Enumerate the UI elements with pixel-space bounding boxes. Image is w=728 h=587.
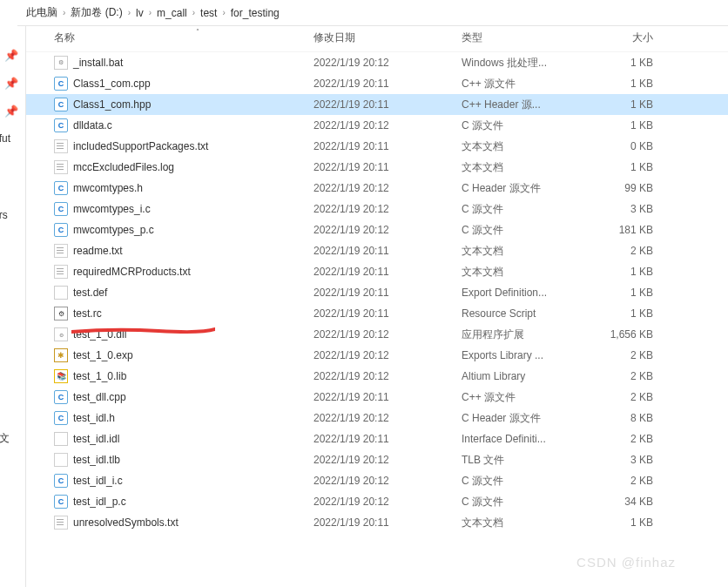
file-date: 2022/1/19 20:12 — [313, 224, 462, 236]
file-c-icon: C — [54, 181, 68, 195]
file-c-icon: C — [54, 474, 68, 488]
file-row[interactable]: ⚙test_1_0.dll2022/1/19 20:12应用程序扩展1,656 … — [26, 324, 728, 345]
file-row[interactable]: ⚙_install.bat2022/1/19 20:12Windows 批处理.… — [26, 52, 728, 73]
file-date: 2022/1/19 20:11 — [313, 307, 462, 320]
file-date: 2022/1/19 20:11 — [313, 516, 462, 529]
file-row[interactable]: Cmwcomtypes_i.c2022/1/19 20:12C 源文件3 KB — [26, 199, 728, 219]
file-row[interactable]: test_idl.tlb2022/1/19 20:12TLB 文件3 KB — [26, 449, 728, 470]
file-row[interactable]: includedSupportPackages.txt2022/1/19 20:… — [26, 136, 728, 157]
chevron-right-icon: › — [63, 8, 65, 17]
file-row[interactable]: Ctest_dll.cpp2022/1/19 20:11C++ 源文件2 KB — [26, 387, 728, 408]
file-type: C++ 源文件 — [462, 77, 583, 91]
watermark: CSDN @finhaz — [576, 555, 676, 570]
file-name: mwcomtypes.h — [73, 182, 143, 194]
file-size: 1 KB — [583, 78, 662, 90]
breadcrumb-item[interactable]: 此电脑 — [26, 5, 57, 20]
file-row[interactable]: Ctest_idl_p.c2022/1/19 20:12C 源文件34 KB — [26, 491, 728, 512]
file-size: 2 KB — [583, 391, 662, 403]
file-name: mwcomtypes_i.c — [73, 203, 151, 215]
file-row[interactable]: ⚙test.rc2022/1/19 20:11Resource Script1 … — [26, 303, 728, 324]
file-name: Class1_com.cpp — [73, 78, 151, 90]
file-row[interactable]: Cmwcomtypes_p.c2022/1/19 20:12C 源文件181 K… — [26, 219, 728, 240]
file-size: 2 KB — [583, 370, 662, 382]
file-row[interactable]: Cdlldata.c2022/1/19 20:12C 源文件1 KB — [26, 115, 728, 136]
file-type: C 源文件 — [462, 223, 583, 238]
breadcrumb-item[interactable]: test — [200, 7, 217, 19]
file-c-icon: C — [54, 98, 68, 111]
file-date: 2022/1/19 20:11 — [313, 433, 462, 445]
file-type: 文本文档 — [462, 160, 583, 175]
file-type: C 源文件 — [462, 202, 583, 217]
file-row[interactable]: Cmwcomtypes.h2022/1/19 20:12C Header 源文件… — [26, 178, 728, 199]
file-view: ˄ 名称 修改日期 类型 大小 ⚙_install.bat2022/1/19 2… — [26, 26, 728, 587]
file-name: mccExcludedFiles.log — [73, 161, 174, 173]
column-header-type[interactable]: 类型 — [462, 30, 583, 45]
file-date: 2022/1/19 20:12 — [313, 454, 462, 466]
file-row[interactable]: test.def2022/1/19 20:11Export Definition… — [26, 282, 728, 303]
file-date: 2022/1/19 20:11 — [313, 140, 462, 152]
file-row[interactable]: unresolvedSymbols.txt2022/1/19 20:11文本文档… — [26, 512, 728, 533]
file-name: test.rc — [73, 307, 102, 320]
breadcrumb-item[interactable]: for_testing — [231, 7, 280, 19]
file-row[interactable]: ✱test_1_0.exp2022/1/19 20:12Exports Libr… — [26, 345, 728, 366]
file-date: 2022/1/19 20:11 — [313, 245, 462, 257]
left-text-fragment: hfut — [0, 132, 10, 145]
file-type: Windows 批处理... — [462, 56, 583, 71]
file-name: test_dll.cpp — [73, 391, 126, 403]
file-name: dlldata.c — [73, 119, 112, 132]
sort-indicator-icon: ˄ — [196, 28, 199, 36]
file-row[interactable]: mccExcludedFiles.log2022/1/19 20:11文本文档1… — [26, 157, 728, 178]
column-header-name[interactable]: 名称 — [54, 30, 313, 45]
file-size: 1 KB — [583, 307, 662, 320]
file-date: 2022/1/19 20:11 — [313, 161, 462, 173]
file-row[interactable]: readme.txt2022/1/19 20:11文本文档2 KB — [26, 240, 728, 261]
file-size: 1 KB — [583, 57, 662, 69]
file-txt-icon — [54, 244, 68, 258]
file-row[interactable]: requiredMCRProducts.txt2022/1/19 20:11文本… — [26, 261, 728, 282]
file-row[interactable]: 📚test_1_0.lib2022/1/19 20:12Altium Libra… — [26, 366, 728, 387]
column-header-size[interactable]: 大小 — [583, 30, 662, 45]
file-txt-icon — [54, 139, 68, 153]
file-date: 2022/1/19 20:11 — [313, 266, 462, 278]
file-date: 2022/1/19 20:12 — [313, 370, 462, 382]
breadcrumb-item[interactable]: lv — [136, 7, 144, 19]
file-row[interactable]: CClass1_com.hpp2022/1/19 20:11C++ Header… — [26, 94, 728, 115]
file-row[interactable]: test_idl.idl2022/1/19 20:11Interface Def… — [26, 428, 728, 449]
file-name: test_1_0.exp — [73, 349, 133, 361]
file-name: includedSupportPackages.txt — [73, 140, 208, 152]
file-date: 2022/1/19 20:12 — [313, 57, 462, 69]
file-name: test_idl.tlb — [73, 454, 120, 466]
file-c-icon: C — [54, 390, 68, 404]
file-date: 2022/1/19 20:11 — [313, 78, 462, 90]
file-row[interactable]: Ctest_idl_i.c2022/1/19 20:12C 源文件2 KB — [26, 470, 728, 491]
file-name: readme.txt — [73, 245, 123, 257]
file-date: 2022/1/19 20:11 — [313, 287, 462, 299]
file-type: 文本文档 — [462, 516, 583, 530]
column-header-row: 名称 修改日期 类型 大小 — [26, 26, 728, 52]
file-size: 2 KB — [583, 245, 662, 257]
file-size: 2 KB — [583, 349, 662, 361]
file-rc-icon: ⚙ — [54, 307, 68, 320]
pin-icon: 📌 — [4, 77, 18, 90]
file-name: Class1_com.hpp — [73, 98, 151, 111]
column-header-date[interactable]: 修改日期 — [313, 30, 462, 45]
file-row[interactable]: Ctest_idl.h2022/1/19 20:12C Header 源文件8 … — [26, 408, 728, 428]
breadcrumb-item[interactable]: m_call — [157, 7, 187, 19]
file-size: 1 KB — [583, 287, 662, 299]
file-name: requiredMCRProducts.txt — [73, 266, 191, 278]
file-c-icon: C — [54, 223, 68, 237]
file-size: 1 KB — [583, 266, 662, 278]
file-row[interactable]: CClass1_com.cpp2022/1/19 20:11C++ 源文件1 K… — [26, 73, 728, 94]
file-date: 2022/1/19 20:12 — [313, 328, 462, 341]
file-dll-icon: ⚙ — [54, 327, 68, 341]
file-type: Interface Definiti... — [462, 433, 583, 445]
file-name: test_1_0.dll — [73, 328, 126, 341]
file-size: 8 KB — [583, 412, 662, 424]
breadcrumb[interactable]: 此电脑›新加卷 (D:)›lv›m_call›test›for_testing — [17, 0, 728, 26]
file-size: 1 KB — [583, 516, 662, 529]
file-txt-icon — [54, 516, 68, 530]
file-date: 2022/1/19 20:11 — [313, 98, 462, 111]
file-tlb-icon — [54, 453, 68, 467]
file-type: C 源文件 — [462, 474, 583, 489]
breadcrumb-item[interactable]: 新加卷 (D:) — [71, 5, 122, 20]
